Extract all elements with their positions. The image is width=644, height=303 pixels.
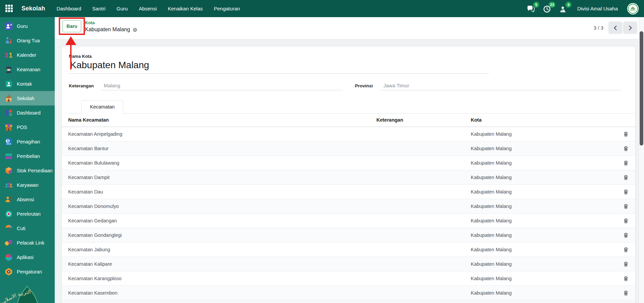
delete-row-button[interactable] [622, 231, 630, 239]
cell-keterangan [376, 170, 471, 184]
cell-keterangan [376, 156, 471, 170]
top-menu-kenaikan-kelas[interactable]: Kenaikan Kelas [168, 6, 203, 11]
cell-keterangan [376, 199, 471, 213]
sidebar-item-label: Stok Persediaan [17, 168, 52, 173]
link-tracker-icon [4, 239, 13, 247]
breadcrumb-model-link[interactable]: Kota [85, 20, 138, 26]
sidebar-item-pelacak-link[interactable]: Pelacak Link [0, 235, 55, 250]
new-record-button[interactable]: Baru [62, 20, 81, 32]
sidebar-item-keamanan[interactable]: Keamanan [0, 62, 55, 77]
pager-next-button[interactable] [623, 21, 637, 34]
delete-row-button[interactable] [622, 202, 630, 210]
sidebar-item-dashboard[interactable]: Dashboard [0, 105, 55, 120]
sidebar-item-penagihan[interactable]: $ Penagihan [0, 134, 55, 149]
sidebar-item-cuti[interactable]: Cuti [0, 221, 55, 235]
cell-nama-kecamatan: Kecamatan Dampit [62, 170, 376, 184]
delete-row-button[interactable] [622, 159, 630, 167]
svg-text:$: $ [7, 139, 9, 143]
svg-text:3: 3 [4, 51, 8, 59]
sidebar-item-kalender[interactable]: 31 Kalender [0, 48, 55, 62]
user-menu[interactable]: Divisi Amal Usaha [577, 6, 618, 11]
table-row[interactable]: Kecamatan Kalipare Kabupaten Malang [62, 257, 635, 271]
app-title[interactable]: Sekolah [21, 5, 45, 12]
sidebar-item-label: Pembelian [17, 154, 40, 159]
svg-text:1: 1 [9, 51, 12, 59]
table-row[interactable]: Kecamatan Jabung Kabupaten Malang [62, 242, 635, 257]
svg-text:التربية الاسلامية: التربية الاسلامية [0, 289, 31, 303]
top-menu-absensi[interactable]: Absensi [139, 6, 156, 11]
sidebar-item-label: Absensi [17, 197, 34, 202]
cell-kota: Kabupaten Malang [471, 141, 616, 156]
top-menu: DashboardSantriGuruAbsensiKenaikan Kelas… [56, 6, 240, 11]
sidebar-item-pengaturan[interactable]: Pengaturan [0, 264, 55, 279]
sidebar-item-sekolah[interactable]: Sekolah [0, 91, 55, 105]
delete-row-button[interactable] [622, 274, 630, 283]
employees-icon [4, 181, 13, 189]
vertical-scrollbar[interactable] [639, 17, 644, 303]
sidebar-item-label: Kontak [17, 81, 32, 87]
top-menu-pengaturan[interactable]: Pengaturan [214, 6, 240, 11]
apps-menu-icon[interactable] [5, 5, 13, 13]
sidebar-item-absensi[interactable]: Absensi [0, 192, 55, 207]
tab-kecamatan[interactable]: Kecamatan [81, 100, 123, 114]
sidebar-item-label: Aplikasi [17, 255, 34, 260]
sidebar: Guru Orang Tua 31 Kalender Keamanan Kont… [0, 17, 55, 303]
delete-row-button[interactable] [622, 188, 630, 196]
top-menu-dashboard[interactable]: Dashboard [56, 6, 81, 11]
sidebar-item-aplikasi[interactable]: Aplikasi [0, 250, 55, 264]
keterangan-field-input[interactable] [101, 83, 343, 90]
table-row[interactable]: Kecamatan Bantur Kabupaten Malang [62, 141, 635, 156]
delete-row-button[interactable] [622, 260, 630, 268]
sidebar-item-perekrutan[interactable]: Perekrutan [0, 207, 55, 221]
cell-kota: Kabupaten Malang [471, 257, 616, 271]
cell-nama-kecamatan: Kecamatan Dau [62, 184, 376, 199]
delete-row-button[interactable] [622, 289, 630, 297]
sidebar-item-orang-tua[interactable]: Orang Tua [0, 33, 55, 48]
cell-nama-kecamatan: Kecamatan Bantur [62, 141, 376, 156]
top-menu-guru[interactable]: Guru [117, 6, 128, 11]
delete-row-button[interactable] [622, 144, 630, 153]
activities-clock-icon[interactable]: 23 [543, 4, 552, 13]
table-row[interactable]: Kecamatan Karangploso Kabupaten Malang [62, 271, 635, 286]
delete-row-button[interactable] [622, 217, 630, 225]
gear-icon[interactable] [132, 27, 138, 33]
cell-kota: Kabupaten Malang [471, 199, 616, 213]
delete-row-button[interactable] [622, 173, 630, 181]
sidebar-item-kontak[interactable]: Kontak [0, 77, 55, 91]
column-header-nama-kecamatan[interactable]: Nama Kecamatan [62, 114, 376, 127]
sidebar-item-karyawan[interactable]: Karyawan [0, 178, 55, 192]
cell-nama-kecamatan: Kecamatan Ampelgading [62, 127, 376, 141]
cell-kota: Kabupaten Malang [471, 286, 616, 300]
sidebar-item-stok-persediaan[interactable]: Stok Persediaan [0, 163, 55, 178]
name-field-input[interactable] [69, 60, 489, 74]
sidebar-item-guru[interactable]: Guru [0, 19, 55, 33]
table-row[interactable]: Kecamatan Gondanglegi Kabupaten Malang [62, 228, 635, 242]
kecamatan-table: Nama Kecamatan Keterangan Kota Kecamatan… [62, 114, 635, 300]
messages-icon[interactable]: 5 [527, 4, 536, 13]
top-menu-santri[interactable]: Santri [92, 6, 105, 11]
cell-kota: Kabupaten Malang [471, 156, 616, 170]
column-header-keterangan[interactable]: Keterangan [376, 114, 471, 127]
table-row[interactable]: Kecamatan Gedangan Kabupaten Malang [62, 213, 635, 228]
cell-kota: Kabupaten Malang [471, 242, 616, 257]
column-header-kota[interactable]: Kota [471, 114, 616, 127]
cell-nama-kecamatan: Kecamatan Kasembon [62, 286, 376, 300]
sidebar-item-pembelian[interactable]: Pembelian [0, 149, 55, 163]
delete-row-button[interactable] [622, 246, 630, 254]
cell-nama-kecamatan: Kecamatan Donomulyo [62, 199, 376, 213]
sidebar-nav: Guru Orang Tua 31 Kalender Keamanan Kont… [0, 17, 55, 279]
delete-row-button[interactable] [622, 130, 630, 138]
table-row[interactable]: Kecamatan Bululawang Kabupaten Malang [62, 156, 635, 170]
requests-icon[interactable]: $ 4 [559, 4, 568, 13]
table-row[interactable]: Kecamatan Kasembon Kabupaten Malang [62, 286, 635, 300]
table-row[interactable]: Kecamatan Dampit Kabupaten Malang [62, 170, 635, 184]
sidebar-item-pos[interactable]: POS [0, 120, 55, 134]
table-row[interactable]: Kecamatan Dau Kabupaten Malang [62, 184, 635, 199]
name-field-label: Nama Kota [69, 54, 635, 59]
table-row[interactable]: Kecamatan Donomulyo Kabupaten Malang [62, 199, 635, 213]
table-row[interactable]: Kecamatan Ampelgading Kabupaten Malang [62, 127, 635, 141]
avatar[interactable] [627, 3, 639, 14]
provinsi-field-input[interactable] [381, 83, 622, 90]
scrollbar-thumb[interactable] [640, 31, 643, 145]
pager-previous-button[interactable] [608, 21, 623, 34]
